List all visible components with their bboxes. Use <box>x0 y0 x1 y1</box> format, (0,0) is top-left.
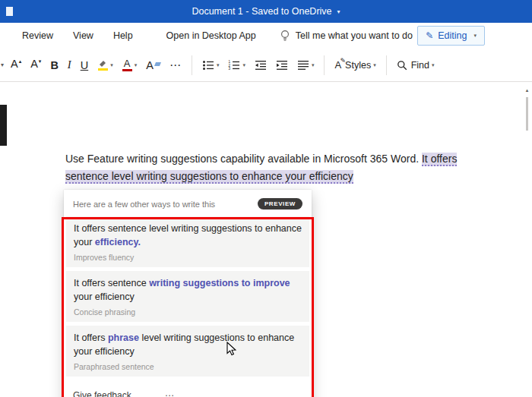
cropped-tab-fragment <box>2 32 5 39</box>
find-label: Find <box>411 60 429 71</box>
font-color-icon: A <box>122 58 132 71</box>
suggestion-subtext: Paraphrased sentence <box>74 362 302 371</box>
find-chevron-down-icon: ▾ <box>432 62 435 68</box>
tell-me-label: Tell me what you want to do <box>296 30 413 41</box>
align-justify-icon <box>297 60 309 71</box>
popup-header-text: Here are a few other ways to write this <box>73 200 215 209</box>
vertical-scrollbar[interactable]: ▴ <box>522 82 532 397</box>
pencil-icon: ✎ <box>426 30 433 41</box>
lightbulb-icon <box>280 30 290 42</box>
eraser-icon <box>154 62 161 66</box>
increase-indent-button[interactable] <box>272 54 292 77</box>
alignment-chevron-down-icon[interactable]: ▾ <box>312 62 315 68</box>
sentence-text: Use Feature writing suggestions capabili… <box>65 153 422 165</box>
more-font-options-button[interactable]: ⋯ <box>166 54 185 77</box>
clear-formatting-button[interactable]: A <box>142 54 164 77</box>
scroll-up-arrow-icon[interactable]: ▴ <box>526 87 529 93</box>
bold-button[interactable]: B <box>46 54 62 77</box>
tab-review[interactable]: Review <box>22 30 53 41</box>
bullet-list-button[interactable]: ▾ <box>198 54 223 77</box>
grow-font-button[interactable]: A ▴ <box>7 54 25 77</box>
italic-button[interactable]: I <box>64 54 75 77</box>
scrollbar-thumb[interactable] <box>526 97 528 131</box>
editing-chevron-down-icon: ▾ <box>473 33 477 39</box>
suggestion-subtext: Improves fluency <box>74 253 302 262</box>
find-button[interactable]: Find ▾ <box>393 54 439 77</box>
styles-pencil-icon: ✎ <box>340 57 347 65</box>
tell-me-search[interactable]: Tell me what you want to do <box>280 30 413 42</box>
suggestion-list: It offers sentence level writing suggest… <box>64 216 312 377</box>
suggestion-text: It offers sentence level writing suggest… <box>74 222 302 249</box>
more-options-icon[interactable]: ⋯ <box>165 390 176 397</box>
suggestion-card-3[interactable]: It offers phrase level writing suggestio… <box>66 326 309 377</box>
formatting-toolbar: ▾ A ▴ A ▾ B I U ▾ A ▾ A ⋯ ▾ <box>0 49 532 82</box>
toolbar-divider <box>324 55 325 75</box>
suggestion-card-1[interactable]: It offers sentence level writing suggest… <box>66 216 309 267</box>
pane-edge-fragment <box>0 105 7 146</box>
styles-button[interactable]: A ✎ Styles ▾ <box>331 54 379 77</box>
alignment-button[interactable]: ▾ <box>293 54 318 77</box>
editing-label: Editing <box>438 30 467 41</box>
preview-badge: PREVIEW <box>258 198 302 210</box>
highlight-chevron-down-icon[interactable]: ▾ <box>110 62 113 68</box>
styles-label: Styles <box>345 60 371 71</box>
ribbon-menu-bar: Review View Help Open in Desktop App Tel… <box>0 23 532 49</box>
popup-header: Here are a few other ways to write this … <box>64 190 312 216</box>
numbered-list-chevron-down-icon[interactable]: ▾ <box>242 62 245 68</box>
highlight-color-button[interactable]: ▾ <box>93 54 117 77</box>
give-feedback-link[interactable]: Give feedback <box>73 390 131 397</box>
toolbar-divider <box>386 55 387 75</box>
tab-help[interactable]: Help <box>113 30 133 41</box>
decrease-indent-button[interactable] <box>251 54 271 77</box>
document-paragraph[interactable]: Use Feature writing suggestions capabili… <box>65 150 502 185</box>
increase-indent-icon <box>276 60 288 71</box>
app-icon-fragment <box>6 7 13 16</box>
popup-footer: Give feedback ⋯ <box>64 380 312 397</box>
editing-mode-button[interactable]: ✎ Editing ▾ <box>417 26 485 46</box>
suggestion-card-2[interactable]: It offers sentence writing suggestions t… <box>66 271 309 322</box>
search-icon <box>397 60 407 71</box>
suggestion-text: It offers sentence writing suggestions t… <box>74 277 302 304</box>
numbered-list-button[interactable]: 1 2 3 ▾ <box>224 54 249 77</box>
underline-button[interactable]: U <box>77 54 92 77</box>
svg-text:3: 3 <box>229 67 231 71</box>
bullet-list-chevron-down-icon[interactable]: ▾ <box>217 62 220 68</box>
tab-view[interactable]: View <box>73 30 93 41</box>
title-chevron-down-icon[interactable]: ▾ <box>337 8 340 15</box>
suggestion-subtext: Concise phrasing <box>74 307 302 317</box>
open-in-desktop-app-button[interactable]: Open in Desktop App <box>166 30 256 41</box>
numbered-list-icon: 1 2 3 <box>228 60 240 71</box>
font-color-button[interactable]: A ▾ <box>119 54 141 77</box>
decrease-indent-icon <box>255 60 267 71</box>
styles-chevron-down-icon: ▾ <box>373 62 376 68</box>
font-color-chevron-down-icon[interactable]: ▾ <box>135 62 138 68</box>
cropped-toolbar-fragment: ▾ <box>1 61 6 68</box>
shrink-font-button[interactable]: A ▾ <box>27 54 45 77</box>
title-bar: Document 1 - Saved to OneDrive ▾ <box>0 0 532 23</box>
grow-font-caret-icon: ▴ <box>19 58 22 65</box>
document-title: Document 1 - Saved to OneDrive <box>192 6 331 17</box>
styles-icon: A ✎ <box>334 59 341 71</box>
toolbar-divider <box>192 55 192 75</box>
rewrite-suggestions-popup: Here are a few other ways to write this … <box>64 190 312 397</box>
highlighter-icon <box>97 59 108 71</box>
document-canvas[interactable]: ▴ Use Feature writing suggestions capabi… <box>0 82 532 397</box>
shrink-font-caret-icon: ▾ <box>39 58 42 65</box>
bullet-list-icon <box>202 60 214 71</box>
suggestion-text: It offers phrase level writing suggestio… <box>74 332 302 358</box>
